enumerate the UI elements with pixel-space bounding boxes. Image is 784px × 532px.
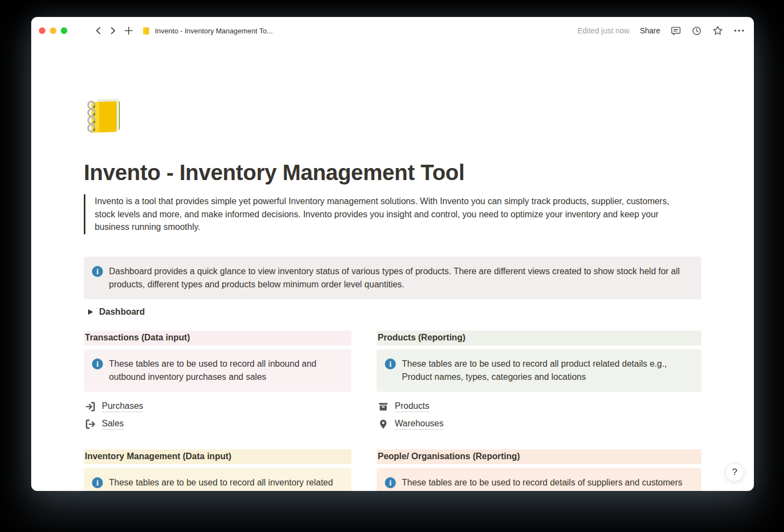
section-card-inventory-management: Inventory Management (Data input) i Thes… [84,449,351,491]
section-title: People/ Organisations (Reporting) [378,452,520,461]
products-callout: i These tables are to be used to record … [377,349,701,392]
info-icon: i [92,358,103,369]
section-title: Inventory Management (Data input) [85,452,232,461]
section-title: Products (Reporting) [378,333,465,343]
edited-status: Edited just now [578,26,630,35]
dashboard-callout: i Dashboard provides a quick glance to v… [84,257,701,299]
page-link-sales[interactable]: Sales [84,415,351,433]
titlebar: Invento - Inventory Management To... Edi… [31,17,754,44]
exit-icon [85,419,96,430]
location-pin-icon [378,419,389,430]
document-title: Invento - Inventory Management To... [155,27,273,35]
zoom-window-button[interactable] [61,27,67,34]
archive-box-icon [378,401,389,412]
info-icon: i [92,477,103,488]
purchases-link-label[interactable]: Purchases [102,401,143,412]
page-notebook-icon[interactable] [84,96,126,136]
app-window: Invento - Inventory Management To... Edi… [31,17,754,491]
info-icon: i [385,358,396,369]
comments-icon[interactable] [671,26,681,36]
section-header-inventory-management: Inventory Management (Data input) [84,449,351,464]
transactions-callout-text: These tables are to be used to record al… [109,357,342,384]
help-button[interactable]: ? [725,463,744,482]
section-card-people-organisations: People/ Organisations (Reporting) i Thes… [377,449,701,491]
page-link-warehouses[interactable]: Warehouses [377,415,701,433]
share-button[interactable]: Share [640,26,660,35]
section-card-products: Products (Reporting) i These tables are … [377,331,701,433]
dashboard-callout-text: Dashboard provides a quick glance to vie… [109,265,691,291]
history-clock-icon[interactable] [691,26,702,36]
breadcrumb[interactable]: Invento - Inventory Management To... [142,26,273,36]
minimize-window-button[interactable] [50,27,56,34]
inventory-management-callout-text: These tables are to be used to record al… [109,476,342,491]
enter-icon [85,401,96,412]
inventory-management-callout: i These tables are to be used to record … [84,468,351,491]
dashboard-toggle-label: Dashboard [99,307,145,317]
notebook-icon [142,26,151,36]
products-callout-text: These tables are to be used to record al… [402,357,691,384]
section-header-people-organisations: People/ Organisations (Reporting) [377,449,701,464]
forward-icon[interactable] [109,27,117,34]
new-tab-plus-icon[interactable] [124,26,133,35]
intro-quote: Invento is a tool that provides simple y… [84,194,701,234]
people-organisations-callout: i These tables are to be used to record … [377,468,701,491]
toggle-triangle-icon[interactable] [88,309,93,315]
sidebar-menu-icon[interactable] [76,27,86,34]
traffic-lights [39,27,67,34]
sections-grid: Transactions (Data input) i These tables… [84,331,701,491]
section-header-products: Products (Reporting) [377,331,701,345]
section-header-transactions: Transactions (Data input) [84,331,351,345]
favorite-star-icon[interactable] [712,25,723,36]
close-window-button[interactable] [39,27,45,34]
section-card-transactions: Transactions (Data input) i These tables… [84,331,351,433]
page-content: Invento - Inventory Management Tool Inve… [84,44,701,491]
info-icon: i [92,266,103,277]
page-link-purchases[interactable]: Purchases [84,398,351,415]
warehouses-link-label[interactable]: Warehouses [395,419,443,430]
page-title: Invento - Inventory Management Tool [84,160,701,185]
section-title: Transactions (Data input) [85,333,190,343]
transactions-callout: i These tables are to be used to record … [84,349,351,392]
dashboard-toggle[interactable]: Dashboard [84,305,701,319]
page-link-products[interactable]: Products [377,398,701,415]
products-link-label[interactable]: Products [395,401,429,412]
back-icon[interactable] [95,27,102,34]
people-organisations-callout-text: These tables are to be used to record de… [402,476,682,489]
more-options-icon[interactable] [734,29,745,32]
sales-link-label[interactable]: Sales [102,419,124,430]
info-icon: i [385,477,396,488]
